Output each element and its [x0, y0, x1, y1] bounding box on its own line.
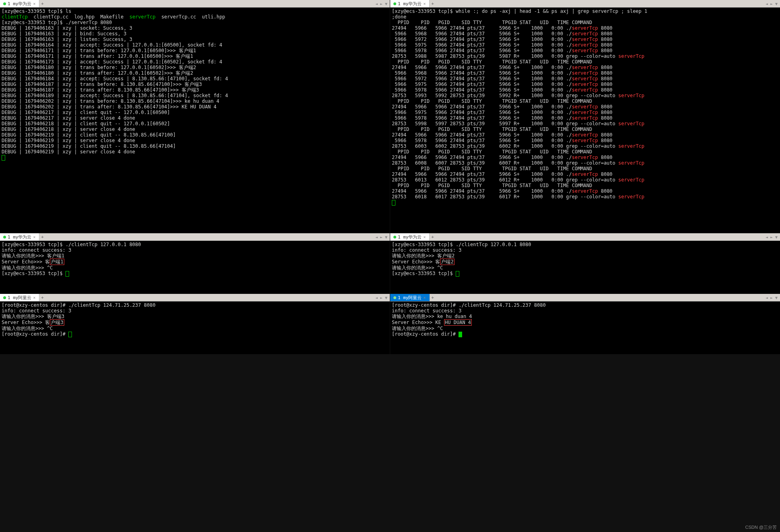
terminal-output[interactable]: [xzy@ecs-333953 tcp]$ while :; do ps -ax… — [390, 8, 780, 233]
nav-right-icon[interactable]: ► — [379, 235, 383, 239]
status-dot-icon — [393, 236, 396, 238]
terminal-output[interactable]: [xzy@ecs-333953 tcp]$ ls clientTcp clien… — [0, 8, 390, 233]
status-dot-icon — [3, 296, 6, 299]
nav-buttons: ◄►▼ — [765, 296, 780, 300]
tab-huawei[interactable]: 1 my华为云× — [390, 0, 430, 7]
nav-right-icon[interactable]: ► — [770, 2, 774, 6]
nav-right-icon[interactable]: ► — [770, 235, 774, 239]
nav-right-icon[interactable]: ► — [379, 2, 383, 6]
pane-mid-right: 1 my华为云× + ◄►▼ [xzy@ecs-333953 tcp]$ ./c… — [390, 233, 780, 294]
nav-buttons: ◄►▼ — [375, 296, 390, 300]
new-tab-button[interactable]: + — [430, 295, 436, 300]
tab-ali[interactable]: 1 my阿里云× — [0, 294, 39, 301]
close-icon[interactable]: × — [33, 235, 36, 239]
pane-top-right: 1 my华为云× + ◄►▼ [xzy@ecs-333953 tcp]$ whi… — [390, 0, 780, 233]
tab-ali[interactable]: 1 my阿里云× — [390, 294, 430, 301]
tabbar: 1 my阿里云× + ◄►▼ — [0, 294, 390, 302]
pane-mid-left: 1 my华为云× + ◄►▼ [xzy@ecs-333953 tcp]$ ./c… — [0, 233, 390, 294]
tabbar: 1 my华为云× + ◄►▼ — [390, 0, 780, 8]
tabbar: 1 my华为云× + ◄►▼ — [390, 233, 780, 241]
nav-right-icon[interactable]: ► — [379, 296, 383, 300]
nav-left-icon[interactable]: ◄ — [375, 2, 379, 6]
nav-left-icon[interactable]: ◄ — [765, 235, 769, 239]
status-dot-icon — [393, 2, 396, 5]
nav-down-icon[interactable]: ▼ — [774, 296, 778, 300]
tabbar: 1 my阿里云× + ◄►▼ — [390, 294, 780, 302]
tab-label: 1 my华为云 — [398, 234, 422, 240]
tabbar: 1 my华为云× + ◄►▼ — [0, 233, 390, 241]
new-tab-button[interactable]: + — [430, 1, 436, 6]
new-tab-button[interactable]: + — [39, 295, 46, 300]
status-dot-icon — [3, 236, 6, 238]
nav-down-icon[interactable]: ▼ — [384, 2, 388, 6]
nav-buttons: ◄►▼ — [375, 2, 390, 6]
new-tab-button[interactable]: + — [39, 1, 46, 6]
nav-buttons: ◄►▼ — [765, 2, 780, 6]
tab-label: 1 my华为云 — [8, 1, 32, 7]
nav-down-icon[interactable]: ▼ — [384, 296, 388, 300]
nav-buttons: ◄►▼ — [765, 235, 780, 239]
tabbar: 1 my华为云× + ◄►▼ — [0, 0, 390, 8]
nav-down-icon[interactable]: ▼ — [774, 235, 778, 239]
terminal-grid: 1 my华为云× + ◄►▼ [xzy@ecs-333953 tcp]$ ls … — [0, 0, 780, 354]
tab-label: 1 my华为云 — [8, 234, 32, 240]
close-icon[interactable]: × — [33, 296, 36, 300]
status-dot-icon — [393, 296, 396, 299]
close-icon[interactable]: × — [424, 235, 426, 239]
terminal-output[interactable]: [root@xzy-centos dir]# ./clientTcp 124.7… — [0, 302, 390, 354]
nav-buttons: ◄►▼ — [375, 235, 390, 239]
terminal-output[interactable]: [xzy@ecs-333953 tcp]$ ./clientTcp 127.0.… — [390, 241, 780, 294]
status-dot-icon — [3, 2, 6, 5]
tab-label: 1 my阿里云 — [398, 295, 422, 301]
new-tab-button[interactable]: + — [430, 234, 436, 240]
close-icon[interactable]: × — [424, 2, 426, 6]
nav-left-icon[interactable]: ◄ — [765, 2, 769, 6]
nav-left-icon[interactable]: ◄ — [765, 296, 769, 300]
nav-down-icon[interactable]: ▼ — [384, 235, 388, 239]
close-icon[interactable]: × — [33, 2, 36, 6]
tab-huawei[interactable]: 1 my华为云× — [0, 233, 39, 241]
tab-label: 1 my华为云 — [398, 1, 422, 7]
tab-huawei[interactable]: 1 my华为云× — [390, 233, 430, 241]
nav-right-icon[interactable]: ► — [770, 296, 774, 300]
nav-down-icon[interactable]: ▼ — [774, 2, 778, 6]
nav-left-icon[interactable]: ◄ — [375, 296, 379, 300]
new-tab-button[interactable]: + — [39, 234, 46, 240]
terminal-output[interactable]: [xzy@ecs-333953 tcp]$ ./clientTcp 127.0.… — [0, 241, 390, 294]
pane-top-left: 1 my华为云× + ◄►▼ [xzy@ecs-333953 tcp]$ ls … — [0, 0, 390, 233]
nav-left-icon[interactable]: ◄ — [375, 235, 379, 239]
pane-bot-left: 1 my阿里云× + ◄►▼ [root@xzy-centos dir]# ./… — [0, 294, 390, 354]
tab-label: 1 my阿里云 — [8, 295, 32, 301]
pane-bot-right: 1 my阿里云× + ◄►▼ [root@xzy-centos dir]# ./… — [390, 294, 780, 354]
tab-huawei[interactable]: 1 my华为云× — [0, 0, 39, 7]
close-icon[interactable]: × — [424, 296, 426, 300]
terminal-output[interactable]: [root@xzy-centos dir]# ./clientTcp 124.7… — [390, 302, 780, 354]
